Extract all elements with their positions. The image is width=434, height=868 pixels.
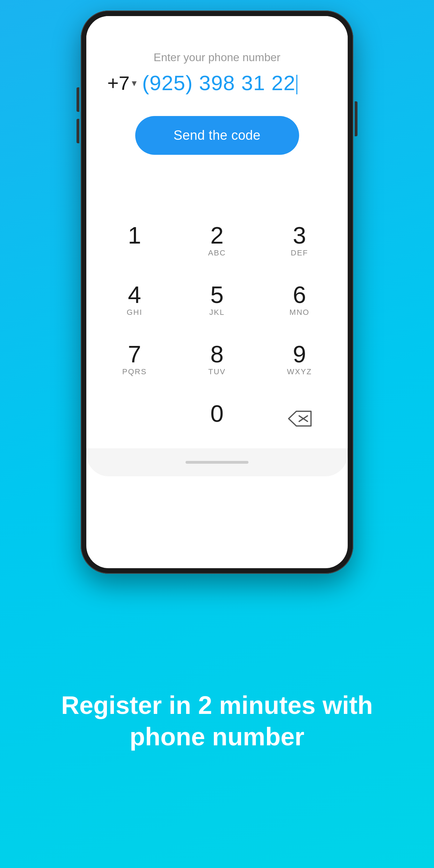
- bottom-nav: [86, 448, 348, 476]
- dial-letters-5: JKL: [209, 308, 225, 317]
- dial-key-5[interactable]: 5 JKL: [176, 270, 258, 330]
- dial-key-1[interactable]: 1: [93, 211, 176, 270]
- phone-input-row: +7 ▾ (925) 398 31 22: [107, 71, 327, 99]
- dial-letters-9: WXYZ: [287, 367, 312, 376]
- country-code-value: +7: [107, 72, 130, 94]
- phone-wrapper: Enter your phone number +7 ▾ (925) 398 3…: [81, 10, 353, 574]
- dial-key-empty: [93, 389, 176, 448]
- dial-number-6: 6: [293, 283, 306, 306]
- backspace-icon: [287, 410, 312, 427]
- send-button-wrapper: Send the code: [107, 116, 327, 155]
- phone-content: Enter your phone number +7 ▾ (925) 398 3…: [86, 37, 348, 155]
- dial-number-5: 5: [210, 283, 224, 306]
- dial-letters-7: PQRS: [122, 367, 147, 376]
- dial-number-1: 1: [128, 223, 141, 247]
- dialpad-spacer: [86, 176, 348, 211]
- dialpad: 1 2 ABC 3 DEF 4 GHI 5 JKL: [86, 211, 348, 448]
- dial-key-0[interactable]: 0: [176, 389, 258, 448]
- dial-key-3[interactable]: 3 DEF: [258, 211, 341, 270]
- dial-number-8: 8: [210, 342, 224, 366]
- dial-letters-4: GHI: [126, 308, 142, 317]
- dial-key-7[interactable]: 7 PQRS: [93, 330, 176, 389]
- phone-screen: Enter your phone number +7 ▾ (925) 398 3…: [86, 16, 348, 568]
- dial-number-9: 9: [293, 342, 306, 366]
- dial-letters-6: MNO: [289, 308, 309, 317]
- phone-number-value: (925) 398 31 22: [142, 71, 296, 95]
- phone-outer: Enter your phone number +7 ▾ (925) 398 3…: [81, 10, 353, 574]
- dial-number-0: 0: [210, 402, 224, 425]
- send-code-button[interactable]: Send the code: [135, 116, 299, 155]
- footer-text: Register in 2 minutes with phone number: [35, 689, 399, 752]
- home-indicator: [186, 461, 248, 464]
- dial-key-backspace[interactable]: [258, 389, 341, 448]
- dial-key-9[interactable]: 9 WXYZ: [258, 330, 341, 389]
- country-code-selector[interactable]: +7 ▾: [107, 72, 137, 94]
- dial-number-3: 3: [293, 223, 306, 247]
- dial-key-4[interactable]: 4 GHI: [93, 270, 176, 330]
- dial-letters-3: DEF: [291, 248, 308, 258]
- footer-section: Register in 2 minutes with phone number: [0, 574, 434, 868]
- dial-letters-2: ABC: [208, 248, 226, 258]
- screen-top: [86, 16, 348, 37]
- dial-key-2[interactable]: 2 ABC: [176, 211, 258, 270]
- dropdown-arrow-icon: ▾: [132, 77, 137, 89]
- dial-letters-8: TUV: [208, 367, 226, 376]
- dial-key-8[interactable]: 8 TUV: [176, 330, 258, 389]
- input-label: Enter your phone number: [107, 51, 327, 64]
- dial-number-4: 4: [128, 283, 141, 306]
- phone-number-display[interactable]: (925) 398 31 22: [142, 71, 327, 95]
- dial-number-7: 7: [128, 342, 141, 366]
- cursor-blink: [296, 75, 297, 94]
- dial-key-6[interactable]: 6 MNO: [258, 270, 341, 330]
- dial-number-2: 2: [210, 223, 224, 247]
